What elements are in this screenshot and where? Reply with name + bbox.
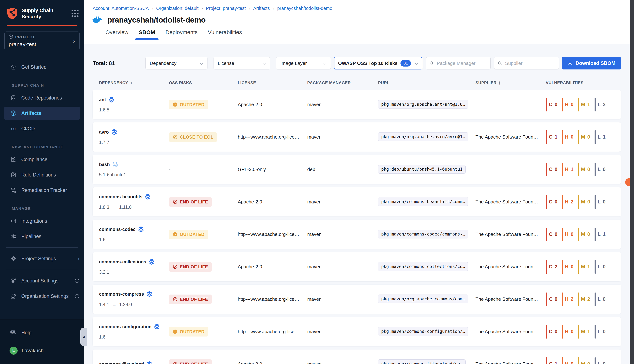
layers-icon xyxy=(147,361,152,364)
vulnerabilities-cell: C0H0M1L2 xyxy=(546,98,621,112)
vuln-chip-h: H0 xyxy=(562,325,574,338)
sidebar-item-rule-definitions[interactable]: Rule Definitions xyxy=(0,168,84,182)
sidebar-item-pipelines[interactable]: Pipelines xyxy=(0,230,84,243)
chevron-right-icon: › xyxy=(78,256,80,262)
package-manager-search-input[interactable] xyxy=(426,57,491,70)
vuln-count: 1 xyxy=(555,134,557,140)
vuln-severity-letter: C xyxy=(549,166,552,172)
vuln-count: 0 xyxy=(571,232,573,237)
vuln-severity-bar xyxy=(578,98,579,112)
purl-value[interactable]: pkg:maven/commons-beanutils/comm… xyxy=(378,197,468,206)
infinity-icon: ∞ xyxy=(10,126,17,132)
tab-overview[interactable]: Overview xyxy=(106,29,128,40)
vuln-chip-h: H2 xyxy=(562,195,574,209)
table-row[interactable]: commons-compress1.4.1→1.28.0END OF LIFEh… xyxy=(93,285,621,314)
vulnerabilities-cell: C0H2M2L0 xyxy=(546,292,621,306)
dependency-name: commons-codec xyxy=(99,227,136,232)
vuln-chip-c: C1 xyxy=(546,358,557,364)
vuln-chip-m: M2 xyxy=(578,292,590,306)
supplier-search-input[interactable] xyxy=(494,57,559,70)
app-logo: Supply Chain Security xyxy=(0,0,84,20)
download-sbom-button[interactable]: Download SBOM xyxy=(562,57,621,70)
purl-value[interactable]: pkg:maven/org.apache.avro/avro@1… xyxy=(378,132,468,141)
table-row[interactable]: commons-fileuploadEND OF LIFEApache-2.0m… xyxy=(93,350,621,364)
sidebar-item-integrations[interactable]: Integrations xyxy=(0,214,84,228)
column-header-dependency[interactable]: DEPENDENCY ▼ xyxy=(99,80,169,85)
vuln-chip-c: C0 xyxy=(546,195,557,209)
breadcrumb-link[interactable]: Project: pranay-test xyxy=(206,6,246,11)
purl-cell: pkg:maven/org.apache.commons/com… xyxy=(378,294,475,304)
table-row[interactable]: commons-configuration1.6OUTDATEDhttp---w… xyxy=(93,317,621,346)
app-grid-icon[interactable] xyxy=(72,10,79,17)
sidebar-item-project-settings[interactable]: Project Settings › xyxy=(0,252,84,265)
dependency-name-row: commons-fileupload xyxy=(99,361,169,364)
vuln-count: 0 xyxy=(587,232,590,237)
sidebar-item-help[interactable]: ? Help xyxy=(0,326,84,339)
sidebar-item-code-repositories[interactable]: Code Repositories xyxy=(0,91,84,104)
column-header-supplier[interactable]: SUPPLIER ▲▼ xyxy=(475,80,546,85)
sidebar-collapse-handle[interactable]: ◀ xyxy=(80,328,87,346)
info-icon[interactable] xyxy=(75,294,80,299)
dependency-version: 1.4.1→1.28.0 xyxy=(99,302,169,307)
project-selector[interactable]: PROJECT pranay-test › xyxy=(5,32,80,50)
info-icon[interactable] xyxy=(75,278,80,283)
user-menu[interactable]: L Lavakush xyxy=(0,346,84,355)
owasp-risks-filter-dropdown[interactable]: OWASP OSS Top 10 Risks 01 xyxy=(334,57,422,70)
layers-icon xyxy=(112,129,117,135)
table-row[interactable]: commons-collections3.2.1END OF LIFEApach… xyxy=(93,252,621,281)
project-cube-icon xyxy=(9,34,13,40)
vuln-chip-c: C0 xyxy=(546,98,557,112)
purl-value[interactable]: pkg:maven/org.apache.commons/com… xyxy=(378,294,468,303)
vuln-count: 0 xyxy=(587,134,590,140)
purl-value[interactable]: pkg:maven/commons-collections/co… xyxy=(378,262,468,271)
sidebar-item-artifacts[interactable]: Artifacts xyxy=(4,107,80,120)
table-row[interactable]: bash5.1-6ubuntu1-GPL-3.0-onlydebpkg:deb/… xyxy=(93,155,621,184)
tab-sbom[interactable]: SBOM xyxy=(139,29,155,40)
dependency-filter-dropdown[interactable]: Dependency xyxy=(145,57,207,70)
image-layer-filter-dropdown[interactable]: Image Layer xyxy=(276,57,331,70)
purl-value[interactable]: pkg:maven/commons-configuration/… xyxy=(378,327,468,336)
sidebar-item-remediation-tracker[interactable]: Remediation Tracker xyxy=(0,184,84,197)
dependency-cell: commons-configuration1.6 xyxy=(99,324,169,340)
package-manager-cell: deb xyxy=(307,166,378,172)
vuln-chip-c: C0 xyxy=(546,325,557,338)
breadcrumb-link[interactable]: Artifacts xyxy=(253,6,270,11)
filter-count-badge: 01 xyxy=(401,60,411,66)
dependency-name: commons-configuration xyxy=(99,324,152,329)
table-row[interactable]: avro1.7.7CLOSE TO EOLhttp---www.apache.o… xyxy=(93,122,621,152)
table-row[interactable]: commons-codec1.6OUTDATEDhttp---www.apach… xyxy=(93,220,621,249)
vuln-severity-bar xyxy=(546,325,547,338)
tabs: OverviewSBOMDeploymentsVulnerabilities xyxy=(84,29,634,40)
sidebar-item-compliance[interactable]: Compliance xyxy=(0,153,84,166)
vuln-chip-m: M1 xyxy=(578,325,590,338)
account-settings-icon xyxy=(10,278,17,284)
version-current: 1.4.1 xyxy=(99,302,109,307)
vuln-severity-bar xyxy=(562,163,563,176)
breadcrumb-link[interactable]: Organization: default xyxy=(156,6,198,11)
license-cell: http---www.apache.org-lice… xyxy=(238,329,307,334)
column-header-label: SUPPLIER xyxy=(475,80,497,85)
table-row[interactable]: ant1.6.5OUTDATEDApache-2.0mavenpkg:maven… xyxy=(93,90,621,119)
purl-value[interactable]: pkg:maven/commons-codec/commons-… xyxy=(378,230,468,238)
sidebar-item-cicd[interactable]: ∞ CI/CD xyxy=(0,122,84,135)
sidebar-item-get-started[interactable]: Get Started xyxy=(0,60,84,74)
purl-value[interactable]: pkg:maven/commons-fileupload/co… xyxy=(378,360,466,364)
supplier-cell: The Apache Software Foun… xyxy=(475,134,546,140)
tab-deployments[interactable]: Deployments xyxy=(165,29,198,40)
integrations-icon xyxy=(10,218,17,224)
package-manager-cell: maven xyxy=(307,296,378,302)
package-manager-cell: maven xyxy=(307,134,378,140)
vulnerabilities-cell: C1H0M0L0 xyxy=(546,358,621,364)
tab-vulnerabilities[interactable]: Vulnerabilities xyxy=(208,29,242,40)
purl-value[interactable]: pkg:maven/org.apache.ant/ant@1.6… xyxy=(378,100,468,109)
table-row[interactable]: commons-beanutils1.8.3→1.11.0END OF LIFE… xyxy=(93,187,621,216)
main-scrollbar[interactable] xyxy=(629,0,634,364)
sidebar-item-account-settings[interactable]: Account Settings xyxy=(0,274,84,288)
breadcrumb-link[interactable]: Account: Automation-SSCA xyxy=(93,6,149,11)
breadcrumb-link[interactable]: pranaycshah/todolist-demo xyxy=(277,6,332,11)
sidebar-item-organization-settings[interactable]: Organization Settings xyxy=(0,290,84,303)
docker-icon xyxy=(92,16,103,24)
license-filter-dropdown[interactable]: License xyxy=(213,57,270,70)
search-icon xyxy=(429,61,434,66)
purl-value[interactable]: pkg:deb/ubuntu/bash@5.1-6ubuntu1 xyxy=(378,165,466,174)
